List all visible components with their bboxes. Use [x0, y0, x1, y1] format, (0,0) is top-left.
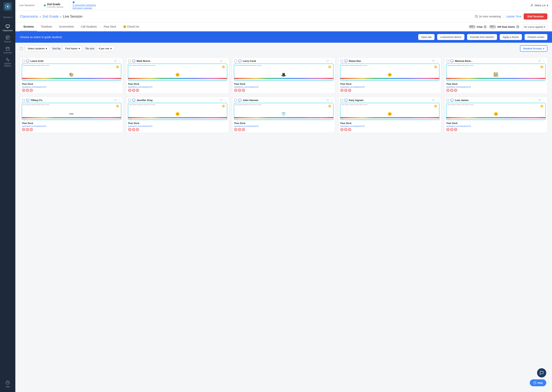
- breadcrumb-classrooms[interactable]: Classrooms: [20, 14, 38, 19]
- tab-check-ins[interactable]: 😊 Check-Ins: [120, 22, 143, 31]
- edit-calendar-link[interactable]: Edit today's calendar: [73, 7, 96, 9]
- flag-icon[interactable]: [432, 60, 435, 63]
- select-students-dropdown[interactable]: Select students ▾: [25, 46, 50, 51]
- badge-no-3: [348, 128, 351, 131]
- flag-icon[interactable]: [220, 60, 223, 63]
- sidebar-item-calendar[interactable]: Calendar: [0, 45, 15, 56]
- card-url[interactable]: peardeck.com/student123: [22, 86, 121, 88]
- more-options-icon[interactable]: ⋮: [542, 59, 545, 63]
- more-options-icon[interactable]: ⋮: [224, 98, 227, 102]
- more-options-icon[interactable]: ⋮: [224, 59, 227, 63]
- card-site-name: Pear Deck: [340, 83, 439, 85]
- flag-icon[interactable]: [114, 99, 117, 102]
- device-icon: [132, 59, 136, 63]
- device-icon: [26, 98, 29, 102]
- select-all-checkbox[interactable]: [20, 47, 22, 50]
- tab-timelines[interactable]: Timelines: [37, 22, 55, 31]
- card-url[interactable]: peardeck.com/student123: [446, 86, 545, 88]
- breadcrumb-grade[interactable]: 2nd Grade: [42, 14, 59, 19]
- student-groups-button[interactable]: Student Groups ▾: [520, 45, 547, 52]
- clock-icon: [475, 15, 478, 18]
- flag-icon[interactable]: [220, 99, 223, 102]
- card-url[interactable]: peardeck.com/student123: [340, 125, 439, 127]
- tile-size-group: Tile size: 6 per row ▾: [85, 46, 114, 51]
- card-header: Gary Ingram ⋮: [339, 97, 441, 103]
- tab-screenshots[interactable]: Screenshots: [56, 22, 77, 31]
- flag-icon[interactable]: [538, 60, 541, 63]
- more-options-icon[interactable]: ⋮: [436, 98, 439, 102]
- card-checkbox[interactable]: [22, 99, 25, 102]
- card-checkbox[interactable]: [446, 99, 449, 102]
- tab-screens[interactable]: Screens: [20, 22, 37, 31]
- more-options-icon[interactable]: ⋮: [542, 98, 545, 102]
- card-url[interactable]: peardeck.com/student123: [234, 125, 333, 127]
- app-logo: [3, 2, 12, 11]
- card-url[interactable]: peardeck.com/student123: [340, 86, 439, 88]
- drawing-preview: 🎩: [281, 72, 286, 77]
- card-checkbox[interactable]: [340, 99, 343, 102]
- card-url[interactable]: peardeck.com/student123: [234, 86, 333, 88]
- exclude-session-button[interactable]: Exclude from session: [467, 34, 497, 40]
- chat-toggle[interactable]: OFF: [469, 25, 476, 28]
- lock-unlock-button[interactable]: Lock/unlock device: [437, 34, 465, 40]
- badge-no-2: [238, 128, 241, 131]
- tab-call-students[interactable]: Call Students: [77, 22, 100, 31]
- card-url[interactable]: peardeck.com/student123: [128, 125, 227, 127]
- card-url[interactable]: peardeck.com/student123: [128, 86, 227, 88]
- update-time-link[interactable]: Update Time: [506, 15, 521, 18]
- apply-scene-button[interactable]: Apply a Scene: [500, 34, 522, 40]
- flag-icon[interactable]: [538, 99, 541, 102]
- off-task-toggle[interactable]: OFF: [489, 25, 496, 28]
- screen-preview: Draw a picture of clothes you wear when …: [22, 63, 121, 81]
- card-footer: Pear Deck peardeck.com/student123: [339, 121, 441, 133]
- badge-no-1: [340, 128, 343, 131]
- flag-icon[interactable]: [114, 60, 117, 63]
- card-student-name: Marissa Elsw...: [455, 60, 537, 63]
- card-checkbox[interactable]: [22, 60, 25, 63]
- more-options-icon[interactable]: ⋮: [436, 59, 439, 63]
- sidebar-item-help[interactable]: Help: [0, 378, 15, 390]
- breadcrumb-arrow1: ›: [40, 14, 41, 19]
- sort-by-dropdown[interactable]: First Name ▾: [63, 46, 82, 51]
- sidebar-item-classroom[interactable]: Classroom: [0, 22, 15, 34]
- screen-preview: Draw a picture of clothes you wear when …: [234, 63, 334, 81]
- chat-settings-icon[interactable]: [484, 25, 487, 28]
- off-task-settings-icon[interactable]: [516, 25, 519, 28]
- card-checkbox[interactable]: [234, 99, 237, 102]
- teacher-menu[interactable]: Teacher ▾: [2, 14, 14, 20]
- more-options-icon[interactable]: ⋮: [330, 98, 333, 102]
- flag-icon[interactable]: [432, 99, 435, 102]
- tab-pear-deck[interactable]: Pear Deck: [100, 22, 120, 31]
- card-url[interactable]: peardeck.com/student123: [22, 125, 121, 127]
- card-checkbox[interactable]: [234, 60, 237, 63]
- open-tab-button[interactable]: Open tab: [418, 34, 435, 40]
- flag-icon[interactable]: [326, 99, 329, 102]
- live-sessions-label: Live Sessions: [19, 4, 35, 7]
- more-options-icon[interactable]: ⋮: [118, 59, 121, 63]
- tile-size-dropdown[interactable]: 6 per row ▾: [96, 46, 114, 51]
- tabs-controls: OFF Chat OFF Off-Task Alerts No scene ap…: [469, 25, 547, 29]
- topnav-divider: [37, 3, 38, 8]
- card-checkbox[interactable]: [340, 60, 343, 63]
- card-url[interactable]: peardeck.com/student123: [446, 125, 545, 127]
- upcoming-sessions-link[interactable]: 2 upcoming sessions: [73, 4, 96, 7]
- chat-fab-button[interactable]: [537, 368, 546, 378]
- more-options-icon[interactable]: ⋮: [118, 98, 121, 102]
- svg-rect-73: [450, 99, 453, 101]
- card-site-name: Pear Deck: [128, 122, 227, 125]
- flag-icon[interactable]: [326, 60, 329, 63]
- student-groups-label: Student Groups: [523, 47, 542, 50]
- no-scene-selector[interactable]: No scene applied ▾: [522, 25, 547, 29]
- more-options-icon[interactable]: ⋮: [330, 59, 333, 63]
- card-checkbox[interactable]: [128, 60, 131, 63]
- card-checkbox[interactable]: [446, 60, 449, 63]
- end-session-button[interactable]: End Session: [524, 14, 547, 20]
- sidebar-item-scenes[interactable]: Scenes: [0, 34, 15, 45]
- card-checkbox[interactable]: [128, 99, 131, 102]
- card-site-name: Pear Deck: [234, 122, 333, 125]
- sidebar-item-student-reports[interactable]: Student Reports: [0, 56, 15, 69]
- help-fab-button[interactable]: Help: [530, 379, 546, 386]
- card-header: Tiffany Fu ⋮: [20, 97, 123, 103]
- present-screen-button[interactable]: Present screen: [525, 34, 547, 40]
- sidebar-item-student-reports-label: Student Reports: [1, 63, 14, 67]
